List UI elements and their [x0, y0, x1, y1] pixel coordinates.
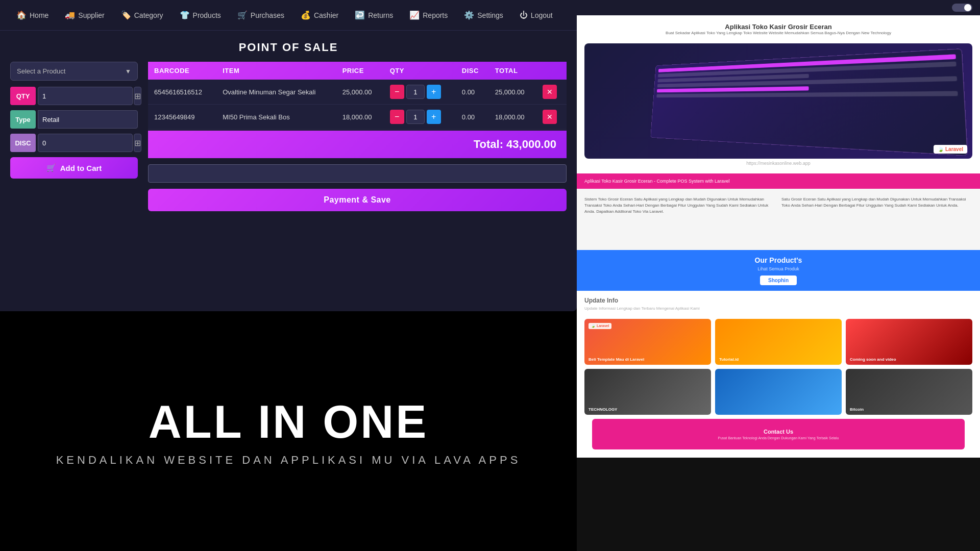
thumb-card-5[interactable] — [715, 369, 842, 415]
toggle-bar — [577, 0, 980, 15]
nav-reports-label: Reports — [423, 11, 448, 19]
col-barcode: BARCODE — [148, 62, 216, 80]
disc-input[interactable] — [38, 134, 133, 152]
bottom-text-area: ALL IN ONE KENDALIKAN WEBSITE DAN APPLIK… — [0, 311, 577, 551]
disc-label: DISC — [10, 134, 36, 152]
left-panel: Select a Product ▼ QTY ⊞ Type Retail Gro… — [10, 62, 138, 211]
nav-purchases[interactable]: 🛒 Purchases — [231, 7, 290, 23]
toggle-switch[interactable] — [952, 4, 972, 12]
row2-barcode: 12345649849 — [148, 105, 216, 130]
payment-save-button[interactable]: Payment & Save — [148, 189, 567, 211]
desc-text-1: Sistem Toko Grosir Eceran Satu Aplikasi … — [584, 196, 775, 242]
nav-products[interactable]: 👕 Products — [174, 7, 227, 23]
product-select[interactable]: Select a Product ▼ — [10, 62, 138, 81]
desc-section: Sistem Toko Grosir Eceran Satu Aplikasi … — [577, 189, 980, 250]
mockup-row-5 — [657, 86, 809, 92]
thumb-label-4: TECHNOLOGY — [589, 407, 617, 412]
row2-delete-button[interactable]: ✕ — [543, 110, 557, 124]
type-label: Type — [10, 110, 36, 129]
nav-returns[interactable]: ↩️ Returns — [349, 7, 399, 23]
thumb-card-2[interactable]: Tutorial.id — [715, 319, 842, 365]
nav-returns-label: Returns — [368, 11, 393, 19]
blue-section-button[interactable]: Shophin — [760, 276, 797, 285]
thumb-label-2: Tutorial.id — [719, 357, 739, 362]
app-preview-content: 🍃 Laravel — [584, 43, 972, 159]
row2-qty-control: − 1 + — [384, 105, 456, 130]
thumb-grid-row2: TECHNOLOGY Bitcoin — [577, 369, 980, 419]
col-action — [536, 62, 567, 80]
table-row: 12345649849 MI50 Prima Sekali Bos 18,000… — [148, 105, 567, 130]
big-title: ALL IN ONE — [149, 396, 428, 448]
disc-stepper-up[interactable]: ⊞ — [134, 134, 141, 152]
disc-row: DISC ⊞ — [10, 134, 138, 152]
sub-title: KENDALIKAN WEBSITE DAN APPLIKASI MU VIA … — [56, 454, 521, 467]
settings-icon: ⚙️ — [464, 10, 474, 20]
pink-bottom-wrapper: Contact Us Pusat Bantuan Teknologi Anda … — [577, 419, 980, 458]
navbar: 🏠 Home 🚚 Supplier 🏷️ Category 👕 Products… — [0, 0, 577, 31]
qty-stepper-up[interactable]: ⊞ — [134, 87, 141, 105]
qty-input[interactable] — [38, 87, 133, 105]
col-item: ITEM — [216, 62, 336, 80]
total-label: Total: 43,000.00 — [474, 138, 556, 151]
thumb-label-1: Beli Template Mau di Laravel — [589, 357, 644, 362]
nav-home[interactable]: 🏠 Home — [10, 7, 55, 23]
thumb-label-6: Bitcoin — [850, 407, 864, 412]
pink-bar-text: Aplikasi Toko Kasir Grosir Eceran - Comp… — [584, 179, 729, 184]
row1-plus-button[interactable]: + — [427, 85, 441, 99]
col-price: PRICE — [336, 62, 384, 80]
type-select[interactable]: Retail Grosir — [38, 110, 138, 129]
cashier-icon: 💰 — [301, 10, 311, 20]
thumb-card-1[interactable]: 🍃 Laravel Beli Template Mau di Laravel — [584, 319, 711, 365]
row1-delete-button[interactable]: ✕ — [543, 85, 557, 99]
total-bar: Total: 43,000.00 — [148, 131, 567, 158]
add-to-cart-button[interactable]: 🛒 Add to Cart — [10, 157, 138, 179]
row2-delete-cell: ✕ — [536, 105, 567, 130]
supplier-icon: 🚚 — [65, 10, 75, 20]
pink-bottom-section: Contact Us Pusat Bantuan Teknologi Anda … — [592, 419, 965, 449]
desc-text-2: Satu Grosir Eceran Satu Aplikasi yang Le… — [781, 196, 972, 242]
nav-supplier-label: Supplier — [78, 11, 104, 19]
nav-cashier-label: Cashier — [314, 11, 338, 19]
nav-reports[interactable]: 📈 Reports — [403, 7, 454, 23]
nav-settings-label: Settings — [477, 11, 503, 19]
content-area: Select a Product ▼ QTY ⊞ Type Retail Gro… — [0, 62, 577, 211]
blue-section-sub: Lihat Semua Produk — [757, 266, 799, 271]
table-row: 6545616516512 Ovaltine Minuman Segar Sek… — [148, 80, 567, 105]
blue-section-title: Our Product's — [755, 256, 802, 264]
nav-purchases-label: Purchases — [251, 11, 284, 19]
col-total: TOTAL — [489, 62, 536, 80]
cart-icon: 🛒 — [46, 163, 56, 172]
row2-price: 18,000.00 — [336, 105, 384, 130]
mockup-row-6 — [656, 91, 958, 98]
thumb-grid-row1: 🍃 Laravel Beli Template Mau di Laravel T… — [577, 319, 980, 369]
thumb-laravel-badge: 🍃 Laravel — [589, 323, 611, 329]
thumb-card-4[interactable]: TECHNOLOGY — [584, 369, 711, 415]
pink-bottom-text: Pusat Bantuan Teknologi Anda Dengan Duku… — [713, 436, 844, 440]
qty-row: QTY ⊞ — [10, 87, 138, 105]
table-header-row: BARCODE ITEM PRICE QTY DISC TOTAL — [148, 62, 567, 80]
row1-qty-control: − 1 + — [384, 80, 456, 105]
home-icon: 🏠 — [16, 10, 27, 20]
nav-cashier[interactable]: 💰 Cashier — [295, 7, 345, 23]
nav-category[interactable]: 🏷️ Category — [115, 7, 169, 23]
nav-logout[interactable]: ⏻ Logout — [513, 8, 559, 23]
nav-category-label: Category — [134, 11, 163, 19]
nav-supplier[interactable]: 🚚 Supplier — [59, 7, 110, 23]
row2-disc: 0.00 — [456, 105, 489, 130]
barcode-scan-input[interactable] — [148, 164, 567, 183]
nav-settings[interactable]: ⚙️ Settings — [458, 7, 509, 23]
add-cart-label: Add to Cart — [60, 164, 102, 172]
row2-minus-button[interactable]: − — [390, 110, 404, 124]
updates-title: Update Info — [584, 297, 972, 304]
row1-item: Ovaltine Minuman Segar Sekali — [216, 80, 336, 105]
type-row: Type Retail Grosir — [10, 110, 138, 129]
row1-minus-button[interactable]: − — [390, 85, 404, 99]
thumb-card-3[interactable]: Coming soon and video — [846, 319, 972, 365]
nav-products-label: Products — [193, 11, 221, 19]
mockup-inner — [650, 48, 968, 156]
page-title-area: POINT OF SALE — [0, 31, 577, 62]
thumb-card-6[interactable]: Bitcoin — [846, 369, 972, 415]
cart-table: BARCODE ITEM PRICE QTY DISC TOTAL 654561… — [148, 62, 567, 130]
nav-logout-label: Logout — [531, 11, 553, 19]
row2-plus-button[interactable]: + — [427, 110, 441, 124]
